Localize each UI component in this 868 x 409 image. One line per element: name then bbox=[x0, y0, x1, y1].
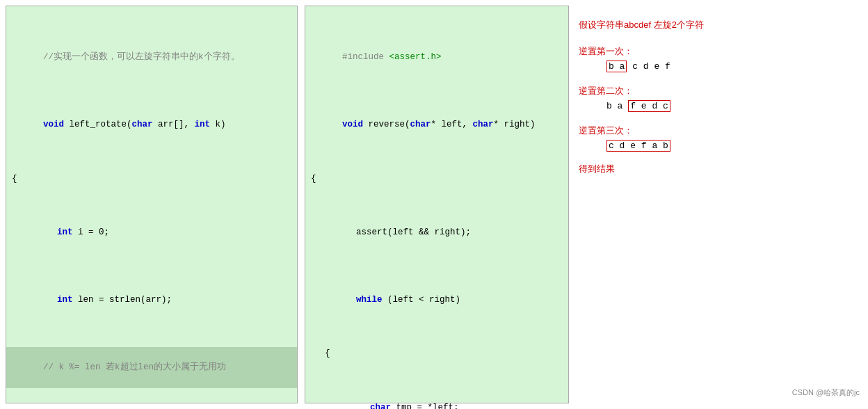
line-m-brace-1: { bbox=[311, 173, 563, 186]
main-container: //实现一个函数，可以左旋字符串中的k个字符。 void left_rotate… bbox=[0, 0, 868, 409]
middle-code-panel: #include <assert.h> void reverse(char* l… bbox=[305, 6, 569, 403]
footer-credit: CSDN @哈茶真的jc bbox=[792, 387, 860, 398]
line-include: #include <assert.h> bbox=[311, 38, 563, 78]
line-int-i: int i = 0; bbox=[12, 213, 291, 253]
reverse-step-3: 逆置第三次： c d e f a b bbox=[579, 125, 860, 152]
reverse-step-1: 逆置第一次： b a c d e f bbox=[579, 45, 860, 72]
line-brace-1: { bbox=[12, 173, 291, 186]
line-m-brace-2: { bbox=[311, 347, 563, 360]
line-func-sig: void left_rotate(char arr[], int k) bbox=[12, 105, 291, 145]
line-comment-k: // k %= len 若k超过len的大小属于无用功 bbox=[6, 347, 297, 387]
right-annotations-panel: 假设字符串abcdef 左旋2个字符 逆置第一次： b a c d e f 逆置… bbox=[576, 6, 862, 403]
line-char-tmp-m: char tmp = *left; 这种方法效率更高 bbox=[311, 388, 563, 410]
right-title: 假设字符串abcdef 左旋2个字符 bbox=[579, 18, 860, 33]
line-assert: assert(left && right); bbox=[311, 213, 563, 253]
line-int-len: int len = strlen(arr); bbox=[12, 280, 291, 321]
line-comment-1: //实现一个函数，可以左旋字符串中的k个字符。 bbox=[12, 38, 291, 78]
boxed-fedc: f e d c bbox=[628, 100, 670, 112]
left-code-panel: //实现一个函数，可以左旋字符串中的k个字符。 void left_rotate… bbox=[6, 6, 298, 403]
line-while: while (left < right) bbox=[311, 280, 563, 321]
suffix-cdef: c d e f bbox=[627, 61, 670, 72]
boxed-cdefab: c d e f a b bbox=[606, 140, 670, 152]
result-label: 得到结果 bbox=[579, 163, 860, 175]
prefix-ba: b a bbox=[606, 101, 628, 111]
boxed-ba: b a bbox=[606, 61, 627, 72]
line-reverse-sig: void reverse(char* left, char* right) bbox=[311, 105, 563, 145]
reverse-step-2: 逆置第二次： b a f e d c bbox=[579, 85, 860, 112]
